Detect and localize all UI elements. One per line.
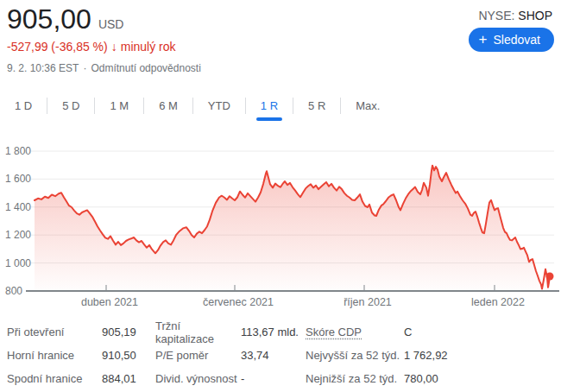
price-area-fill	[35, 166, 550, 291]
stat-value: 33,74	[241, 349, 269, 362]
follow-button[interactable]: + Sledovat	[469, 28, 554, 52]
stats-column: Tržní kapitalizace113,67 mld.P/E poměr33…	[155, 320, 306, 390]
x-axis-label: červenec 2021	[203, 296, 274, 308]
y-axis-label: 1 400	[5, 201, 31, 213]
stat-label: Nejvyšší za 52 týd.	[306, 349, 404, 362]
y-axis-label: 1 800	[5, 145, 31, 157]
x-axis-label: duben 2021	[81, 296, 138, 308]
disclaimer-link[interactable]: Odmítnutí odpovědnosti	[91, 62, 200, 74]
stat-label: Divid. výnosnost	[155, 372, 241, 385]
tab-range-5r[interactable]: 5 R	[293, 90, 340, 121]
tab-range-5d[interactable]: 5 D	[47, 90, 94, 121]
stat-row: P/E poměr33,74	[155, 344, 306, 367]
stat-value: 910,50	[102, 349, 136, 362]
price-header: 905,00 USD	[7, 3, 123, 35]
quote-timestamp: 9. 2. 10:36 EST	[7, 62, 79, 74]
y-axis-label: 1 200	[5, 229, 31, 241]
stat-label: Horní hranice	[7, 349, 102, 362]
stat-row: Skóre CDPC	[306, 320, 554, 344]
quote-meta-row: 9. 2. 10:36 EST · Odmítnutí odpovědnosti	[7, 62, 201, 74]
ticker-symbol: NYSE: SHOP	[478, 9, 552, 22]
price-change: -527,99 (-36,85 %)	[7, 40, 108, 54]
stat-value: 113,67 mld.	[241, 326, 299, 338]
stat-value: C	[404, 326, 412, 338]
currency-label: USD	[98, 17, 124, 31]
stat-label: Tržní kapitalizace	[155, 319, 241, 345]
follow-button-label: Sledovat	[494, 33, 540, 47]
stat-value: 1 762,92	[404, 349, 448, 362]
stats-column: Skóre CDPCNejvyšší za 52 týd.1 762,92Nej…	[306, 320, 554, 390]
stat-label: Spodní hranice	[7, 372, 102, 385]
symbol-label: SHOP	[518, 9, 552, 22]
tab-range-max[interactable]: Max.	[341, 90, 394, 121]
key-stats-table: Při otevření905,19Horní hranice910,50Spo…	[7, 320, 554, 390]
dot-separator: ·	[83, 62, 86, 74]
stat-value: 905,19	[102, 326, 136, 338]
x-axis-label: říjen 2021	[344, 296, 392, 308]
tab-range-6m[interactable]: 6 M	[144, 90, 192, 121]
stat-label: Při otevření	[7, 326, 102, 338]
current-price: 905,00	[7, 3, 91, 35]
stats-column: Při otevření905,19Horní hranice910,50Spo…	[7, 320, 155, 390]
tab-range-1r[interactable]: 1 R	[246, 90, 293, 121]
price-change-row: -527,99 (-36,85 %) ↓ minulý rok	[7, 40, 176, 54]
y-axis-label: 1 000	[5, 257, 31, 269]
stat-row: Tržní kapitalizace113,67 mld.	[155, 320, 306, 344]
y-axis-label: 800	[5, 285, 22, 297]
exchange-label: NYSE:	[478, 9, 514, 22]
arrow-down-icon: ↓	[111, 40, 117, 54]
x-axis-label: leden 2022	[471, 296, 525, 308]
stat-value: 884,01	[102, 372, 136, 385]
current-price-dot	[546, 272, 554, 280]
stat-row: Divid. výnosnost-	[155, 367, 306, 390]
change-period: minulý rok	[121, 40, 176, 54]
y-axis-label: 1 600	[5, 173, 31, 185]
stat-row: Při otevření905,19	[7, 320, 155, 344]
stat-row: Horní hranice910,50	[7, 344, 155, 367]
stat-row: Nejvyšší za 52 týd.1 762,92	[306, 344, 554, 367]
stat-label: Nejnižší za 52 týd.	[306, 372, 404, 385]
stat-value: -	[241, 372, 244, 385]
stat-value: 780,00	[404, 372, 438, 385]
tab-range-ytd[interactable]: YTD	[193, 90, 245, 121]
tab-range-1d[interactable]: 1 D	[0, 90, 47, 121]
stat-label: P/E poměr	[155, 349, 241, 362]
time-range-tabs: 1 D5 D1 M6 MYTD1 R5 RMax.	[0, 90, 394, 121]
price-chart[interactable]: 1 8001 6001 4001 2001 000800duben 2021če…	[0, 138, 561, 314]
stat-row: Spodní hranice884,01	[7, 367, 155, 390]
stock-quote-widget: 905,00 USD -527,99 (-36,85 %) ↓ minulý r…	[0, 0, 561, 392]
stat-label[interactable]: Skóre CDP	[306, 326, 404, 338]
stat-row: Nejnižší za 52 týd.780,00	[306, 367, 554, 390]
plus-icon: +	[479, 32, 488, 47]
tab-range-1m[interactable]: 1 M	[95, 90, 143, 121]
